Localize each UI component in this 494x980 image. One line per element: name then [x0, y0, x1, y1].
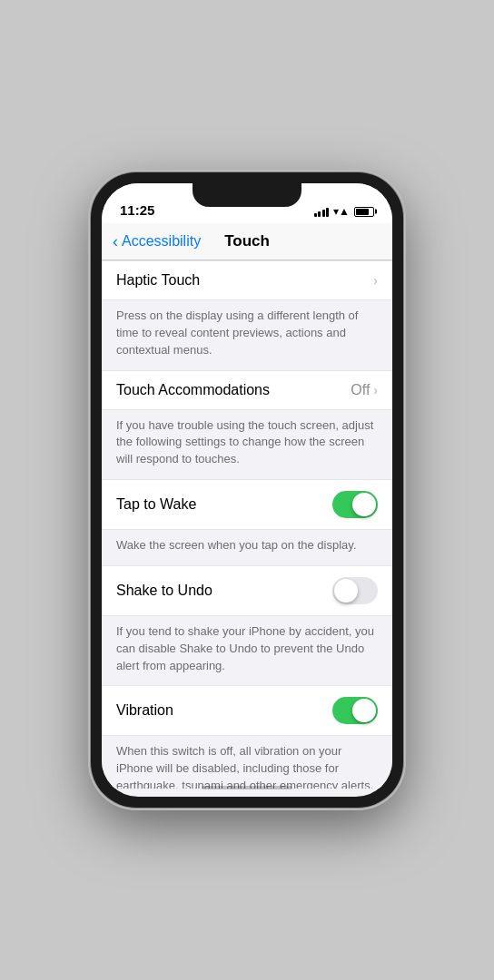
back-button[interactable]: ‹ Accessibility [113, 232, 201, 251]
shake-to-undo-toggle-knob [334, 579, 358, 603]
shake-to-undo-row[interactable]: Shake to Undo [102, 565, 392, 616]
shake-to-undo-toggle[interactable] [332, 577, 378, 604]
back-label: Accessibility [122, 233, 201, 250]
haptic-touch-label: Haptic Touch [116, 272, 200, 289]
back-chevron-icon: ‹ [113, 232, 118, 251]
haptic-touch-right: › [373, 273, 378, 288]
status-icons: ▾▲ [314, 205, 374, 218]
vibration-description: When this switch is off, all vibration o… [102, 736, 392, 789]
touch-accommodations-row[interactable]: Touch Accommodations Off › [102, 370, 392, 410]
vibration-row[interactable]: Vibration [102, 685, 392, 736]
nav-bar: ‹ Accessibility Touch [102, 223, 392, 260]
home-indicator [202, 786, 292, 789]
vibration-section: Vibration When this switch is off, all v… [102, 685, 392, 789]
phone-frame: 11:25 ▾▲ ‹ Accessibility Touch [91, 172, 403, 808]
shake-to-undo-section: Shake to Undo If you tend to shake your … [102, 565, 392, 686]
tap-to-wake-row[interactable]: Tap to Wake [102, 479, 392, 530]
signal-icon [314, 206, 330, 217]
nav-title: Touch [224, 232, 270, 250]
vibration-label: Vibration [116, 702, 173, 719]
notch [193, 183, 301, 207]
status-time: 11:25 [120, 202, 154, 218]
touch-accommodations-section: Touch Accommodations Off › If you have t… [102, 370, 392, 480]
battery-icon [354, 207, 374, 217]
vibration-toggle-knob [352, 699, 376, 722]
tap-to-wake-toggle-knob [352, 493, 376, 516]
phone-screen: 11:25 ▾▲ ‹ Accessibility Touch [102, 183, 392, 797]
haptic-touch-section: Haptic Touch › Press on the display usin… [102, 260, 392, 370]
touch-accommodations-label: Touch Accommodations [116, 382, 270, 398]
haptic-touch-row[interactable]: Haptic Touch › [102, 260, 392, 300]
touch-accommodations-right: Off › [351, 382, 378, 398]
shake-to-undo-label: Shake to Undo [116, 583, 212, 599]
vibration-toggle[interactable] [332, 697, 378, 724]
tap-to-wake-section: Tap to Wake Wake the screen when you tap… [102, 479, 392, 565]
content-scroll[interactable]: Haptic Touch › Press on the display usin… [102, 260, 392, 789]
wifi-icon: ▾▲ [333, 205, 350, 218]
tap-to-wake-description: Wake the screen when you tap on the disp… [102, 530, 392, 565]
haptic-touch-chevron-icon: › [373, 273, 378, 288]
touch-accommodations-description: If you have trouble using the touch scre… [102, 410, 392, 480]
tap-to-wake-toggle[interactable] [332, 491, 378, 518]
touch-accommodations-value: Off [351, 382, 370, 398]
tap-to-wake-label: Tap to Wake [116, 496, 196, 513]
haptic-touch-description: Press on the display using a different l… [102, 300, 392, 370]
shake-to-undo-description: If you tend to shake your iPhone by acci… [102, 616, 392, 686]
touch-accommodations-chevron-icon: › [373, 383, 378, 397]
